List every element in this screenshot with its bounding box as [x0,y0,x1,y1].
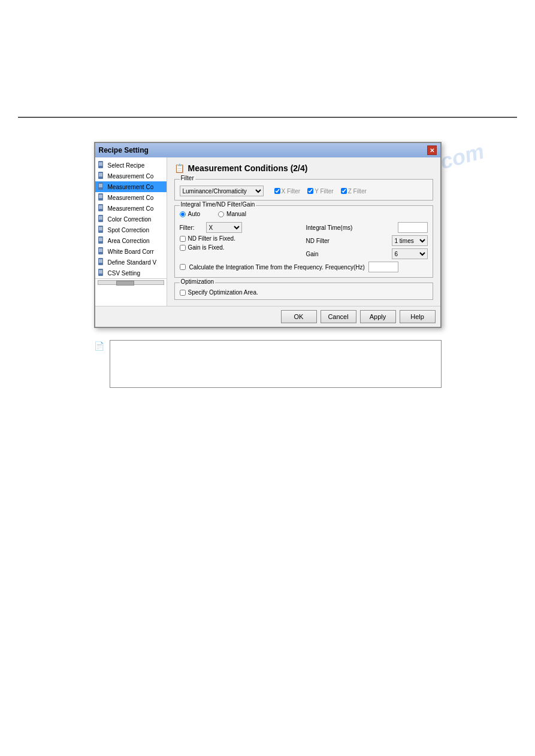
nav-item-icon-8 [98,247,106,256]
nd-filter-fixed-checkbox[interactable] [180,236,186,242]
top-area [0,0,535,117]
scrollbar-thumb[interactable] [116,281,134,286]
gain-select[interactable]: 6 [392,248,428,259]
svg-rect-16 [98,204,103,211]
ok-button[interactable]: OK [281,310,317,323]
integral-time-row: Integral Time(ms) 3.2 [306,222,428,233]
note-icon: 📄 [94,341,106,353]
calc-label: Calculate the Integration Time from the … [189,264,365,271]
gain-row: Gain 6 [306,248,428,259]
filter-combo-row: Filter: X [180,222,301,233]
nav-item-4[interactable]: Measurement Co [95,203,167,214]
gain-label: Gain [306,251,389,257]
note-area: 📄 [94,340,442,388]
nav-item-label-7: Area Correction [108,238,150,244]
svg-rect-40 [98,269,103,276]
nav-item-icon-3 [98,193,106,202]
nav-item-icon-6 [98,226,106,234]
filter-y-item[interactable]: Y Filter [307,188,334,195]
integral-time-label: Integral Time(ms) [306,224,395,231]
nav-item-icon-9 [98,258,106,266]
nav-item-icon-1 [98,172,106,180]
gain-fixed-row: Gain is Fixed. [180,244,301,251]
optimization-group: Optimization Specify Optimization Area. [174,283,433,300]
nav-item-8[interactable]: White Board Corr [95,246,167,257]
filter-type-select[interactable]: Luminance/Chromaticity [180,186,264,196]
filter-x-label: X Filter [282,188,301,195]
calc-checkbox[interactable] [180,264,186,270]
two-col-section: Filter: X ND Filter is Fixed. [180,222,428,259]
main-content: manualmachine.com Recipe Setting ✕ Selec… [0,118,535,400]
nav-item-5[interactable]: Color Correction [95,214,167,224]
dialog-footer: OK Cancel Apply Help [95,306,440,327]
filter-group: Filter Luminance/Chromaticity X Filter [174,179,433,201]
svg-rect-32 [98,247,103,254]
filter-z-checkbox[interactable] [341,188,347,194]
svg-rect-8 [98,183,103,190]
cancel-button[interactable]: Cancel [321,310,356,323]
radio-auto[interactable]: Auto [180,211,201,217]
svg-rect-4 [98,172,103,179]
nav-item-1[interactable]: Measurement Co [95,171,167,181]
filter-combo-select[interactable]: X [206,222,242,233]
svg-rect-36 [98,258,103,265]
integral-group-label: Integral Time/ND Filter/Gain [180,201,256,208]
nav-item-icon-0 [98,161,106,169]
nav-item-6[interactable]: Spot Correction [95,224,167,235]
radio-auto-input[interactable] [180,211,186,217]
nav-item-label-10: CSV Setting [108,270,140,277]
filter-x-item[interactable]: X Filter [274,188,301,195]
svg-rect-20 [98,215,103,222]
sidebar-scrollbar [95,278,167,286]
page-wrapper: manualmachine.com Recipe Setting ✕ Selec… [0,0,535,756]
radio-manual-label: Manual [226,211,246,217]
specify-opt-label: Specify Optimization Area. [188,289,258,296]
nav-item-3[interactable]: Measurement Co [95,192,167,203]
filter-z-label: Z Filter [348,188,367,195]
nav-item-icon-4 [98,204,106,212]
nav-item-label-4: Measurement Co [108,205,154,212]
nav-item-7[interactable]: Area Correction [95,235,167,246]
nav-item-label-3: Measurement Co [108,195,154,201]
dialog-title: Recipe Setting [99,146,149,154]
opt-group-label: Optimization [180,278,216,285]
dialog-body: Select Recipe Measurement Co Measurement… [95,157,440,306]
specify-opt-checkbox[interactable] [180,290,186,296]
nav-item-2[interactable]: Measurement Co [95,181,167,192]
section-title-text: Measurement Conditions (2/4) [188,163,308,173]
nd-filter-select[interactable]: 1 times [392,235,428,246]
nav-item-icon-10 [98,269,106,277]
gain-fixed-checkbox[interactable] [180,245,186,251]
filter-row: Luminance/Chromaticity X Filter Y Filter [180,186,428,196]
calc-row: Calculate the Integration Time from the … [180,262,428,272]
filter-checkbox-group: X Filter Y Filter Z Filter [274,188,367,195]
scrollbar-track[interactable] [98,280,164,285]
note-box [110,340,442,388]
integral-group: Integral Time/ND Filter/Gain Auto Manual [174,205,433,278]
dialog-sidebar: Select Recipe Measurement Co Measurement… [95,157,167,306]
nd-filter-fixed-label: ND Filter is Fixed. [188,235,235,242]
filter-x-checkbox[interactable] [274,188,280,194]
filter-z-item[interactable]: Z Filter [341,188,367,195]
dialog-window: Recipe Setting ✕ Select Recipe Measureme… [94,142,442,328]
nav-item-icon-5 [98,215,106,223]
nav-item-10[interactable]: CSV Setting [95,268,167,278]
nd-filter-row: ND Filter 1 times [306,235,428,246]
dialog-content: 📋 Measurement Conditions (2/4) Filter Lu… [167,157,440,306]
integral-time-input[interactable]: 3.2 [398,222,428,233]
help-button[interactable]: Help [400,310,436,323]
nav-item-9[interactable]: Define Standard V [95,257,167,268]
nav-item-0[interactable]: Select Recipe [95,160,167,171]
radio-manual[interactable]: Manual [218,211,246,217]
calc-freq-input[interactable]: 6.0 [368,262,398,272]
radio-row: Auto Manual [180,211,428,217]
radio-manual-input[interactable] [218,211,224,217]
svg-rect-12 [98,193,103,201]
nav-item-icon-2 [98,183,106,191]
filter-y-checkbox[interactable] [307,188,313,194]
dialog-close-button[interactable]: ✕ [427,145,437,155]
svg-rect-0 [98,161,103,168]
nd-filter-label: ND Filter [306,238,389,244]
apply-button[interactable]: Apply [360,310,396,323]
dialog-titlebar: Recipe Setting ✕ [95,143,440,157]
